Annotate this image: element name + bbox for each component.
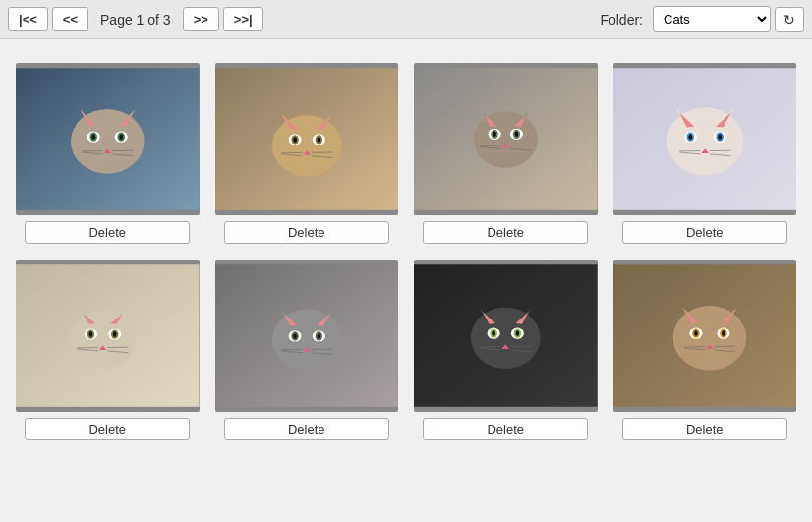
prev-page-button[interactable]: << — [52, 7, 88, 31]
image-card: Delete — [8, 55, 207, 252]
image-card: Delete — [406, 252, 606, 448]
svg-point-59 — [688, 134, 692, 140]
folder-select[interactable]: Cats Dogs Birds Others — [653, 6, 771, 32]
svg-point-110 — [492, 330, 495, 336]
svg-point-52 — [667, 107, 743, 175]
svg-point-42 — [493, 132, 496, 138]
image-thumbnail — [613, 63, 797, 215]
image-card: Delete — [207, 55, 407, 252]
svg-point-28 — [317, 137, 320, 143]
delete-button[interactable]: Delete — [622, 418, 787, 440]
svg-point-69 — [70, 311, 136, 369]
svg-point-1 — [71, 109, 145, 174]
svg-point-79 — [113, 331, 117, 337]
svg-point-35 — [474, 111, 538, 167]
image-thumbnail — [215, 63, 399, 215]
svg-point-103 — [471, 308, 541, 369]
svg-point-11 — [119, 134, 123, 140]
svg-point-127 — [694, 330, 698, 336]
first-page-button[interactable]: |<< — [8, 7, 48, 31]
image-thumbnail — [215, 260, 399, 412]
image-card: Delete — [606, 55, 805, 252]
svg-point-93 — [293, 333, 297, 339]
svg-point-120 — [672, 306, 746, 371]
delete-button[interactable]: Delete — [423, 418, 588, 440]
svg-point-96 — [317, 333, 320, 339]
image-thumbnail — [16, 260, 200, 412]
image-thumbnail — [16, 63, 200, 215]
svg-point-62 — [718, 134, 722, 140]
last-page-button[interactable]: >>| — [223, 7, 263, 31]
delete-button[interactable]: Delete — [423, 221, 588, 244]
svg-point-45 — [515, 132, 519, 138]
delete-button[interactable]: Delete — [25, 221, 190, 244]
svg-point-130 — [722, 330, 725, 336]
svg-point-76 — [89, 331, 93, 337]
folder-label: Folder: — [600, 12, 643, 28]
image-card: Delete — [8, 252, 207, 448]
toolbar: |<< << Page 1 of 3 >> >>| Folder: Cats D… — [0, 0, 812, 39]
svg-point-25 — [293, 137, 297, 143]
image-thumbnail — [414, 260, 598, 412]
next-page-button[interactable]: >> — [183, 7, 219, 31]
delete-button[interactable]: Delete — [622, 221, 787, 244]
svg-point-86 — [271, 310, 341, 371]
refresh-button[interactable]: ↻ — [775, 7, 804, 32]
delete-button[interactable]: Delete — [224, 418, 389, 440]
image-card: Delete — [207, 252, 407, 448]
svg-point-18 — [271, 115, 341, 176]
image-card: Delete — [406, 55, 606, 252]
page-info: Page 1 of 3 — [100, 12, 171, 28]
image-grid: DeleteDeleteDeleteDeleteDeleteDeleteDele… — [0, 39, 812, 464]
image-thumbnail — [613, 260, 797, 412]
svg-point-113 — [516, 330, 520, 336]
image-thumbnail — [414, 63, 598, 215]
delete-button[interactable]: Delete — [224, 221, 389, 244]
svg-point-8 — [91, 134, 95, 140]
delete-button[interactable]: Delete — [25, 418, 190, 440]
image-card: Delete — [606, 252, 805, 448]
